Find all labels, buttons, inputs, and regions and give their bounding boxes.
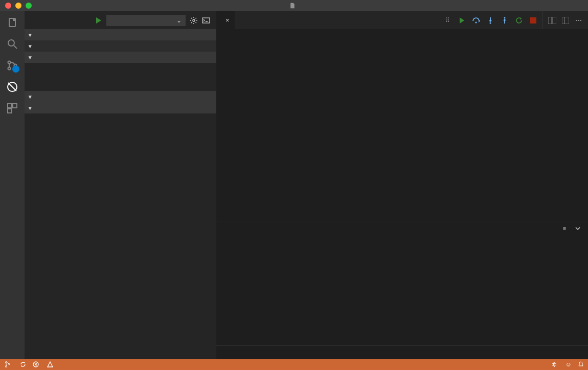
- status-bar: ☺: [0, 359, 588, 370]
- file-icon: [289, 3, 296, 9]
- solution-item[interactable]: [551, 361, 559, 367]
- editor-area: × ⠿ ⋯: [216, 11, 588, 359]
- chevron-updown-icon: ⌄: [176, 17, 182, 24]
- svg-point-12: [476, 21, 477, 23]
- drag-handle-icon[interactable]: ⠿: [443, 16, 451, 25]
- explorer-icon[interactable]: [6, 16, 18, 29]
- tab-bar: × ⠿ ⋯: [216, 11, 588, 29]
- tab-map-cs[interactable]: ×: [216, 11, 235, 29]
- window-close-button[interactable]: [5, 3, 11, 9]
- layout-icon[interactable]: [561, 16, 570, 25]
- svg-rect-18: [548, 17, 552, 24]
- svg-point-16: [504, 17, 506, 18]
- callstack-section-header[interactable]: ▾: [25, 91, 216, 102]
- stop-button[interactable]: [529, 16, 537, 25]
- svg-point-23: [6, 366, 7, 367]
- variables-section-header[interactable]: ▾: [25, 29, 216, 40]
- watch-body[interactable]: [25, 63, 216, 91]
- svg-point-3: [8, 67, 11, 70]
- activity-bar: [0, 11, 25, 359]
- svg-rect-19: [553, 17, 556, 24]
- svg-rect-8: [13, 104, 17, 108]
- svg-point-0: [8, 40, 14, 46]
- errors-item[interactable]: [33, 361, 41, 367]
- restart-button[interactable]: [515, 16, 523, 25]
- split-editor-icon[interactable]: [548, 16, 556, 25]
- debug-toolbar: ⠿: [443, 16, 542, 25]
- console-input[interactable]: [216, 345, 588, 359]
- scm-badge: [12, 65, 19, 73]
- svg-point-2: [8, 61, 11, 64]
- step-out-button[interactable]: [501, 16, 509, 25]
- argument-section-header[interactable]: ▾: [25, 40, 216, 52]
- svg-rect-20: [562, 17, 569, 24]
- svg-point-10: [193, 19, 195, 21]
- svg-line-6: [8, 83, 16, 91]
- debug-sidebar: ⌄ ▾ ▾ ▾ ▾ ▾: [25, 11, 216, 359]
- window-minimize-button[interactable]: [15, 3, 21, 9]
- svg-point-22: [6, 362, 7, 363]
- search-icon[interactable]: [6, 38, 18, 50]
- more-icon[interactable]: ⋯: [575, 16, 583, 25]
- svg-rect-11: [202, 18, 210, 23]
- branch-item[interactable]: [4, 361, 13, 368]
- sync-item[interactable]: [19, 361, 27, 368]
- warnings-item[interactable]: [47, 361, 55, 367]
- step-over-button[interactable]: [472, 16, 480, 25]
- bell-icon[interactable]: [578, 361, 584, 367]
- watch-section-header[interactable]: ▾: [25, 52, 216, 63]
- chevron-down-icon[interactable]: [574, 224, 582, 233]
- svg-rect-17: [530, 17, 536, 24]
- debug-console-panel: ≡: [216, 221, 588, 359]
- svg-point-14: [490, 22, 491, 24]
- svg-rect-9: [8, 109, 12, 113]
- window-maximize-button[interactable]: [26, 3, 32, 9]
- debug-icon[interactable]: [6, 81, 18, 93]
- feedback-icon[interactable]: ☺: [566, 361, 572, 368]
- console-output[interactable]: [216, 236, 588, 242]
- extensions-icon[interactable]: [6, 102, 18, 114]
- close-icon[interactable]: ×: [225, 16, 230, 24]
- code-editor[interactable]: [216, 29, 588, 221]
- continue-button[interactable]: [458, 16, 466, 25]
- start-debug-button[interactable]: [94, 16, 102, 25]
- titlebar: [0, 0, 588, 11]
- svg-line-1: [14, 45, 17, 49]
- step-into-button[interactable]: [486, 16, 494, 25]
- gear-icon[interactable]: [190, 16, 198, 25]
- source-control-icon[interactable]: [6, 59, 18, 72]
- debug-config-select[interactable]: ⌄: [106, 15, 186, 26]
- console-icon[interactable]: [202, 16, 210, 25]
- breakpoints-section-header[interactable]: ▾: [25, 102, 216, 113]
- svg-rect-7: [8, 104, 12, 108]
- filter-icon[interactable]: ≡: [560, 224, 569, 233]
